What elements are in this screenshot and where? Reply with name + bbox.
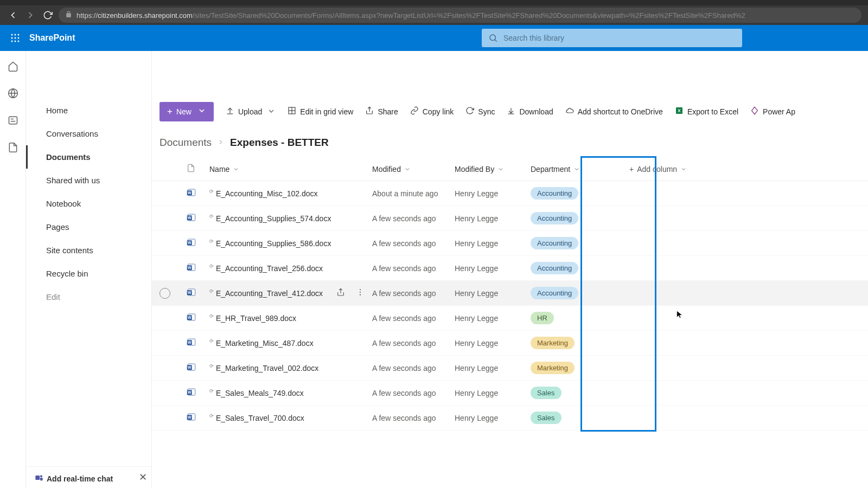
svg-rect-18 (40, 478, 43, 480)
modified-by[interactable]: Henry Legge (455, 214, 531, 223)
table-row[interactable]: W⟳ E_Marketing_Travel_002.docxA few seco… (152, 356, 868, 381)
table-header-row: Name Modified Modified By Department (152, 157, 868, 181)
add-column-button[interactable]: + Add column (629, 165, 738, 174)
main-content: T TestSite + New Upload Edit in grid vie… (152, 51, 868, 488)
column-modified[interactable]: Modified (372, 165, 455, 174)
svg-point-7 (15, 41, 16, 42)
modified-by[interactable]: Henry Legge (455, 314, 531, 323)
nav-item-shared-with-us[interactable]: Shared with us (26, 169, 151, 192)
department-cell[interactable]: Marketing (531, 362, 608, 374)
file-name[interactable]: ⟳ E_HR_Travel_989.docx (209, 314, 372, 323)
table-row[interactable]: W⟳ E_Sales_Travel_700.docxA few seconds … (152, 406, 868, 431)
svg-point-4 (15, 37, 16, 39)
news-icon[interactable] (8, 115, 18, 126)
department-cell[interactable]: Marketing (531, 337, 608, 349)
word-doc-icon: W (187, 337, 209, 349)
word-doc-icon: W (187, 237, 209, 249)
table-row[interactable]: W⟳ E_Marketing_Misc_487.docxA few second… (152, 331, 868, 356)
modified-by[interactable]: Henry Legge (455, 339, 531, 348)
powerapps-icon (750, 106, 759, 117)
department-cell[interactable]: Accounting (531, 212, 608, 224)
file-name[interactable]: ⟳ E_Accounting_Travel_256.docx (209, 264, 372, 273)
column-name[interactable]: Name (209, 165, 372, 174)
nav-item-edit[interactable]: Edit (26, 285, 151, 309)
copy-link-button[interactable]: Copy link (410, 106, 454, 117)
nav-item-documents[interactable]: Documents (26, 145, 151, 169)
export-excel-button[interactable]: Export to Excel (675, 106, 738, 117)
breadcrumb-root[interactable]: Documents (159, 137, 212, 149)
file-name[interactable]: ⟳ E_Sales_Travel_700.docx (209, 414, 372, 422)
department-cell[interactable]: Accounting (531, 287, 608, 299)
department-cell[interactable]: HR (531, 312, 608, 324)
word-doc-icon: W (187, 362, 209, 374)
app-launcher-icon[interactable] (7, 29, 24, 47)
sync-icon (465, 106, 474, 117)
more-icon[interactable] (356, 288, 365, 298)
search-placeholder: Search this library (503, 34, 564, 42)
table-row[interactable]: W⟳ E_Accounting_Travel_256.docxA few sec… (152, 256, 868, 281)
suite-name[interactable]: SharePoint (29, 33, 75, 43)
back-button[interactable] (7, 9, 20, 22)
files-icon[interactable] (8, 142, 18, 153)
file-name[interactable]: ⟳ E_Accounting_Supplies_574.docx (209, 214, 372, 223)
department-cell[interactable]: Accounting (531, 262, 608, 274)
nav-item-recycle-bin[interactable]: Recycle bin (26, 262, 151, 285)
share-icon[interactable] (336, 288, 345, 298)
nav-item-notebook[interactable]: Notebook (26, 192, 151, 215)
file-name[interactable]: ⟳ E_Accounting_Travel_412.docx (209, 288, 372, 298)
search-input[interactable]: Search this library (482, 29, 742, 47)
close-icon[interactable]: ✕ (139, 471, 147, 483)
department-cell[interactable]: Sales (531, 387, 608, 399)
power-apps-button[interactable]: Power Ap (750, 106, 795, 117)
department-cell[interactable]: Accounting (531, 187, 608, 200)
upload-button[interactable]: Upload (226, 106, 276, 117)
nav-item-site-contents[interactable]: Site contents (26, 239, 151, 262)
table-row[interactable]: W⟳ E_Accounting_Misc_102.docxAbout a min… (152, 181, 868, 206)
table-row[interactable]: W⟳ E_Accounting_Supplies_586.docxA few s… (152, 231, 868, 256)
modified-by[interactable]: Henry Legge (455, 389, 531, 397)
file-name[interactable]: ⟳ E_Accounting_Supplies_586.docx (209, 239, 372, 248)
file-name[interactable]: ⟳ E_Sales_Meals_749.docx (209, 389, 372, 397)
file-name[interactable]: ⟳ E_Accounting_Misc_102.docx (209, 189, 372, 198)
column-department[interactable]: Department (531, 165, 608, 174)
sync-button[interactable]: Sync (465, 106, 495, 117)
table-row[interactable]: W⟳ E_Accounting_Travel_412.docxA few sec… (152, 281, 868, 306)
nav-item-conversations[interactable]: Conversations (26, 122, 151, 145)
upload-icon (226, 106, 234, 117)
svg-point-9 (490, 35, 496, 41)
download-button[interactable]: Download (507, 106, 553, 117)
add-shortcut-button[interactable]: Add shortcut to OneDrive (565, 106, 663, 117)
nav-item-home[interactable]: Home (26, 99, 151, 122)
modified-by[interactable]: Henry Legge (455, 189, 531, 198)
reload-button[interactable] (41, 9, 54, 22)
table-row[interactable]: W⟳ E_Sales_Meals_749.docxA few seconds a… (152, 381, 868, 406)
word-doc-icon: W (187, 213, 209, 224)
svg-text:W: W (188, 415, 192, 419)
file-name[interactable]: ⟳ E_Marketing_Misc_487.docx (209, 339, 372, 348)
modified-by[interactable]: Henry Legge (455, 289, 531, 298)
new-button[interactable]: + New (159, 102, 214, 121)
chevron-down-icon (197, 106, 206, 117)
column-modified-by[interactable]: Modified By (455, 165, 531, 174)
chevron-down-icon (680, 166, 687, 172)
modified-by[interactable]: Henry Legge (455, 364, 531, 373)
modified-by[interactable]: Henry Legge (455, 414, 531, 422)
file-name[interactable]: ⟳ E_Marketing_Travel_002.docx (209, 364, 372, 373)
nav-item-pages[interactable]: Pages (26, 215, 151, 239)
address-bar[interactable]: https://citizenbuilders.sharepoint.com/s… (59, 8, 861, 23)
modified-by[interactable]: Henry Legge (455, 239, 531, 248)
svg-text:W: W (188, 191, 192, 195)
word-doc-icon: W (187, 312, 209, 324)
share-button[interactable]: Share (365, 106, 398, 117)
breadcrumb-current: Expenses - BETTER (230, 137, 329, 149)
table-row[interactable]: W⟳ E_Accounting_Supplies_574.docxA few s… (152, 206, 868, 231)
department-cell[interactable]: Accounting (531, 237, 608, 249)
forward-button[interactable] (24, 9, 37, 22)
globe-icon[interactable] (8, 88, 18, 99)
department-cell[interactable]: Sales (531, 412, 608, 424)
edit-grid-button[interactable]: Edit in grid view (288, 106, 353, 117)
table-row[interactable]: W⟳ E_HR_Travel_989.docxA few seconds ago… (152, 306, 868, 331)
modified-by[interactable]: Henry Legge (455, 264, 531, 273)
home-icon[interactable] (8, 61, 18, 72)
row-select[interactable] (159, 288, 187, 299)
